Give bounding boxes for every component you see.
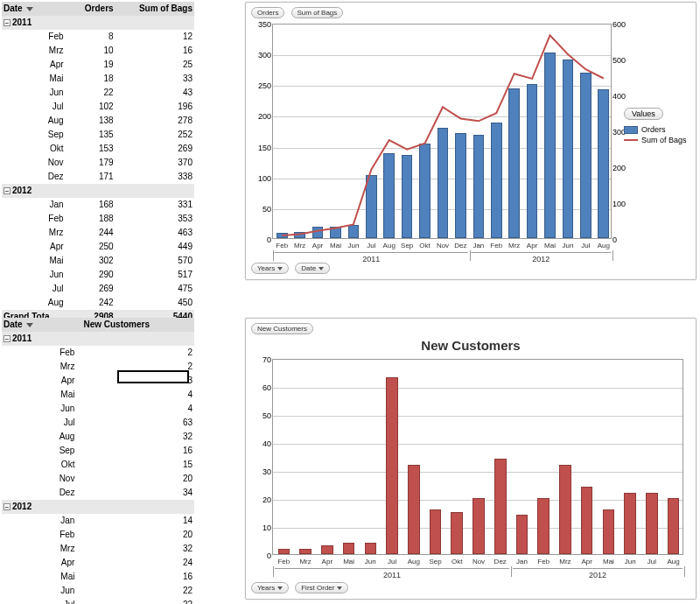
bar — [668, 498, 680, 554]
bar — [365, 543, 377, 554]
bar — [646, 493, 658, 554]
table-row[interactable]: Apr24 — [2, 556, 194, 570]
col-header-date[interactable]: Date — [2, 318, 81, 332]
bar — [299, 549, 312, 554]
table-row[interactable]: Mai4 — [2, 388, 194, 402]
bar — [494, 459, 507, 554]
field-button-sumofbags[interactable]: Sum of Bags — [291, 7, 344, 18]
bar — [278, 549, 290, 554]
table-row[interactable]: Mai16 — [2, 570, 194, 584]
collapse-icon[interactable]: − — [4, 19, 10, 26]
table-row[interactable]: Sep135252 — [2, 128, 194, 142]
pivot-table-customers: DateNew Customers−2011Feb2Mrz2Apr3Mai4Ju… — [2, 318, 201, 604]
table-row[interactable]: Mrz1016 — [2, 44, 194, 58]
table-row[interactable]: Apr250449 — [2, 240, 194, 254]
legend-label-sumofbags: Sum of Bags — [641, 136, 687, 144]
table-row[interactable]: Mrz244463 — [2, 226, 194, 240]
collapse-icon[interactable]: − — [4, 187, 10, 194]
table-row[interactable]: Jul22 — [2, 598, 194, 604]
table-row[interactable]: Jun4 — [2, 402, 194, 416]
selected-cell[interactable] — [117, 370, 189, 383]
table-row[interactable]: Aug138278 — [2, 114, 194, 128]
table-row[interactable]: Aug242450 — [2, 296, 194, 310]
table-row[interactable]: Mrz32 — [2, 542, 194, 556]
chart2-title: New Customers — [246, 338, 696, 353]
legend-header[interactable]: Values — [624, 108, 663, 120]
col-header-date[interactable]: Date — [2, 2, 71, 16]
legend-label-orders: Orders — [641, 125, 666, 134]
table-row[interactable]: Mai1833 — [2, 72, 194, 86]
table-row[interactable]: Feb812 — [2, 30, 194, 44]
field-button-newcustomers[interactable]: New Customers — [251, 323, 313, 334]
year-row[interactable]: −2011 — [2, 332, 194, 346]
chart1-legend: Values Orders Sum of Bags — [624, 108, 690, 146]
table-row[interactable]: Jun2243 — [2, 86, 194, 100]
chart1-bottom-buttons: Years Date — [249, 260, 332, 277]
chevron-down-icon — [277, 586, 283, 590]
bar — [559, 465, 571, 554]
chart2-plot-area: 010203040506070FebMrzAprMaiJunJulAugSepO… — [272, 359, 683, 555]
chevron-down-icon — [26, 7, 33, 11]
legend-swatch-orders — [624, 126, 638, 134]
col-header-sumofbags[interactable]: Sum of Bags — [116, 2, 194, 16]
filter-button-date[interactable]: Date — [295, 263, 330, 274]
table-row[interactable]: Nov20 — [2, 472, 194, 486]
chart1-plot-area: 0501001502002503003500100200300400500600… — [272, 24, 612, 239]
filter-button-firstorder[interactable]: First Order — [295, 582, 348, 593]
bar — [472, 498, 485, 554]
table-row[interactable]: Jul102196 — [2, 100, 194, 114]
bar — [451, 512, 463, 554]
bar — [581, 487, 593, 554]
table-row[interactable]: Dez34 — [2, 486, 194, 500]
table-row[interactable]: Sep16 — [2, 444, 194, 458]
bar — [408, 465, 420, 554]
year-row[interactable]: −2012 — [2, 184, 194, 198]
legend-line-sumofbags — [624, 139, 638, 141]
table-row[interactable]: Aug32 — [2, 430, 194, 444]
table-row[interactable]: Apr1925 — [2, 58, 194, 72]
chevron-down-icon — [277, 267, 283, 270]
col-header-newcustomers[interactable]: New Customers — [81, 318, 194, 332]
chevron-down-icon — [318, 267, 324, 270]
chart-new-customers: New Customers New Customers 010203040506… — [245, 318, 696, 600]
bar — [430, 509, 442, 554]
col-header-orders[interactable]: Orders — [71, 2, 116, 16]
chart2-top-buttons: New Customers — [249, 320, 315, 337]
table-row[interactable]: Mai302570 — [2, 254, 194, 268]
chevron-down-icon — [26, 323, 33, 327]
collapse-icon[interactable]: − — [4, 335, 10, 342]
bar — [321, 545, 333, 554]
chart1-top-buttons: Orders Sum of Bags — [249, 4, 345, 21]
table-row[interactable]: Okt153269 — [2, 142, 194, 156]
table-row[interactable]: Jul269475 — [2, 282, 194, 296]
year-row[interactable]: −2012 — [2, 500, 194, 514]
table-row[interactable]: Dez171338 — [2, 170, 194, 184]
chart2-bottom-buttons: Years First Order — [249, 579, 350, 596]
collapse-icon[interactable]: − — [4, 503, 10, 510]
table-row[interactable]: Jan14 — [2, 514, 194, 528]
line-sumofbags — [282, 35, 604, 235]
table-row[interactable]: Nov179370 — [2, 156, 194, 170]
chart-orders: Orders Sum of Bags 050100150200250300350… — [245, 2, 696, 280]
table-row[interactable]: Feb2 — [2, 346, 194, 360]
table-row[interactable]: Okt15 — [2, 458, 194, 472]
table-row[interactable]: Jul63 — [2, 416, 194, 430]
table-row[interactable]: Feb20 — [2, 528, 194, 542]
bar — [603, 509, 615, 554]
filter-button-years-2[interactable]: Years — [251, 582, 289, 593]
bar — [386, 377, 398, 554]
bar — [537, 498, 550, 554]
bar — [624, 493, 636, 554]
table-row[interactable]: Jan168331 — [2, 198, 194, 212]
table-row[interactable]: Jun22 — [2, 584, 194, 598]
year-row[interactable]: −2011 — [2, 16, 194, 30]
chevron-down-icon — [337, 586, 342, 590]
filter-button-years[interactable]: Years — [251, 263, 289, 274]
table-row[interactable]: Jun290517 — [2, 268, 194, 282]
pivot-table-orders: DateOrdersSum of Bags−2011Feb812Mrz1016A… — [2, 2, 201, 324]
table-row[interactable]: Feb188353 — [2, 212, 194, 226]
field-button-orders[interactable]: Orders — [251, 7, 284, 18]
bar — [343, 543, 355, 554]
bar — [516, 515, 528, 554]
